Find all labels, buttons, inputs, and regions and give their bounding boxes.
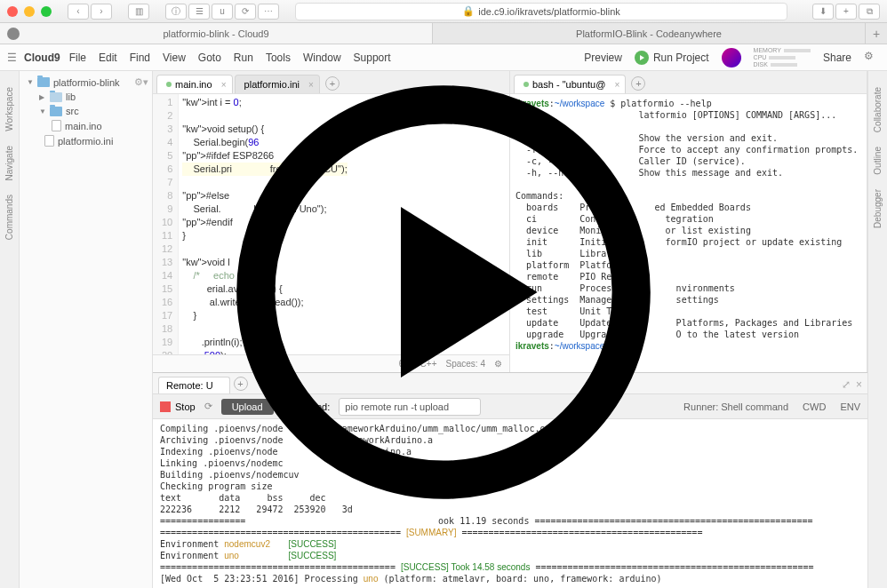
close-tab-icon[interactable]: × (221, 80, 227, 90)
menu-view[interactable]: View (163, 52, 186, 64)
console-expand-icon[interactable]: ⤢ (842, 378, 851, 391)
rail-outline[interactable]: Outline (873, 147, 883, 175)
preview-button[interactable]: Preview (584, 52, 622, 64)
minimize-window-icon[interactable] (24, 6, 35, 17)
modified-icon (166, 82, 172, 87)
play-icon (635, 51, 649, 65)
tab-platformio-ini[interactable]: platformio.ini × (235, 75, 320, 93)
menu-find[interactable]: Find (130, 52, 150, 64)
left-rail: Workspace Navigate Commands (0, 71, 20, 588)
settings-icon[interactable]: ⚙ (864, 50, 880, 66)
status-gear-icon[interactable]: ⚙ (494, 359, 502, 369)
close-tab-icon[interactable]: × (308, 80, 314, 90)
add-terminal-icon[interactable]: + (631, 76, 645, 91)
menu-file[interactable]: File (69, 52, 86, 64)
rail-debugger[interactable]: Debugger (873, 189, 883, 228)
menu-window[interactable]: Window (303, 52, 341, 64)
tree-main-ino[interactable]: main.ino (20, 118, 152, 133)
cwd-button[interactable]: CWD (803, 401, 826, 412)
address-bar[interactable]: 🔒 ide.c9.io/ikravets/platformio-blink (295, 3, 787, 20)
rail-commands[interactable]: Commands (4, 195, 14, 240)
more-button[interactable]: ⋯ (258, 4, 279, 20)
command-label: Command: (283, 401, 331, 412)
editor-status: 6:7 C++ Spaces: 4 ⚙ (153, 354, 509, 372)
close-window-icon[interactable] (7, 6, 18, 17)
menu-edit[interactable]: Edit (99, 52, 117, 64)
menu-items: File Edit Find View Goto Run Tools Windo… (69, 52, 391, 64)
browser-chrome: ‹ › ▥ ⓘ ☰ u ⟳ ⋯ 🔒 ide.c9.io/ikravets/pla… (0, 0, 887, 23)
avatar[interactable] (722, 48, 741, 68)
menu-support[interactable]: Support (354, 52, 391, 64)
rail-navigate[interactable]: Navigate (4, 146, 14, 180)
console-panel: Remote: U + ⤢ × Stop ⟳ Upload Command: p… (153, 372, 867, 588)
terminal-pane: bash - "ubuntu@ × + ikravets:~/workspace… (510, 71, 867, 372)
browser-tabs: platformio-blink - Cloud9 PlatformIO-Bli… (0, 23, 887, 44)
browser-tab-cloud9[interactable]: platformio-blink - Cloud9 (0, 23, 433, 44)
tree-root[interactable]: ▼ platformio-blink ⚙▾ (20, 75, 152, 90)
browser-tab-codeanywhere[interactable]: PlatformIO-Blink - Codeanywhere (433, 23, 866, 44)
tree-lib[interactable]: ▶ lib (20, 90, 152, 104)
console-tab-remote[interactable]: Remote: U (158, 377, 230, 393)
lang-mode[interactable]: C++ (420, 359, 437, 369)
file-tree: ▼ platformio-blink ⚙▾ ▶ lib ▼ src main.i… (20, 71, 153, 588)
upload-button[interactable]: Upload (221, 399, 274, 415)
command-input[interactable]: pio remote run -t upload (339, 398, 481, 416)
right-rail: Collaborate Outline Debugger (867, 71, 887, 588)
tab-terminal[interactable]: bash - "ubuntu@ × (514, 75, 626, 93)
tree-platformio-ini[interactable]: platformio.ini (20, 133, 152, 148)
code-editor[interactable]: 123456789101112131415161718192021 "kw">i… (153, 94, 509, 354)
reader-button[interactable]: ☰ (188, 4, 210, 20)
resource-meters: MEMORY CPU DISK (754, 47, 811, 68)
new-tab-button[interactable]: + (866, 23, 887, 44)
console-close-icon[interactable]: × (856, 378, 862, 391)
menu-bar: ☰ Cloud9 File Edit Find View Goto Run To… (0, 44, 887, 71)
env-button[interactable]: ENV (840, 401, 860, 412)
share-button[interactable]: Share (823, 52, 851, 64)
u-button[interactable]: u (212, 4, 233, 20)
maximize-window-icon[interactable] (41, 6, 52, 17)
forward-button[interactable]: › (91, 4, 112, 20)
tab-main-ino[interactable]: main.ino × (156, 75, 233, 93)
hamburger-icon[interactable]: ☰ (7, 52, 17, 64)
editor-pane: main.ino × platformio.ini × + 1234567891… (153, 71, 510, 372)
url-text: ide.c9.io/ikravets/platformio-blink (478, 6, 620, 17)
github-icon (7, 28, 20, 40)
download-button[interactable]: ⬇ (812, 4, 834, 20)
rail-collaborate[interactable]: Collaborate (873, 87, 883, 132)
stop-button[interactable]: Stop (160, 401, 196, 412)
tree-settings-icon[interactable]: ⚙▾ (134, 76, 148, 88)
menu-run[interactable]: Run (234, 52, 253, 64)
console-output[interactable]: Compiling .pioenvs/node /FrameworkArduin… (153, 419, 867, 588)
menu-tools[interactable]: Tools (266, 52, 291, 64)
close-tab-icon[interactable]: × (615, 80, 620, 90)
restart-icon[interactable]: ⟳ (204, 401, 212, 412)
info-button[interactable]: ⓘ (165, 4, 187, 20)
run-project-button[interactable]: Run Project (635, 51, 709, 65)
tabs-button[interactable]: ⧉ (859, 4, 880, 20)
tree-src[interactable]: ▼ src (20, 104, 152, 118)
terminal[interactable]: ikravets:~/workspace $ platformio --help… (510, 94, 867, 372)
menu-goto[interactable]: Goto (198, 52, 221, 64)
panel-toggle[interactable]: ▥ (128, 4, 149, 20)
lock-icon: 🔒 (462, 5, 475, 17)
runner-label[interactable]: Runner: Shell command (683, 401, 788, 412)
add-tab-button[interactable]: + (835, 4, 857, 20)
add-console-icon[interactable]: + (234, 377, 248, 391)
terminal-icon (523, 82, 529, 87)
nav-buttons: ‹ › (68, 4, 112, 20)
rail-workspace[interactable]: Workspace (4, 87, 14, 131)
stop-icon (160, 401, 171, 412)
cloud9-logo: Cloud9 (24, 52, 60, 64)
indent-mode[interactable]: Spaces: 4 (446, 359, 485, 369)
window-controls (7, 6, 52, 17)
cursor-pos: 6:7 (399, 359, 412, 369)
add-tab-icon[interactable]: + (325, 76, 340, 91)
back-button[interactable]: ‹ (68, 4, 89, 20)
reload-button[interactable]: ⟳ (235, 4, 256, 20)
